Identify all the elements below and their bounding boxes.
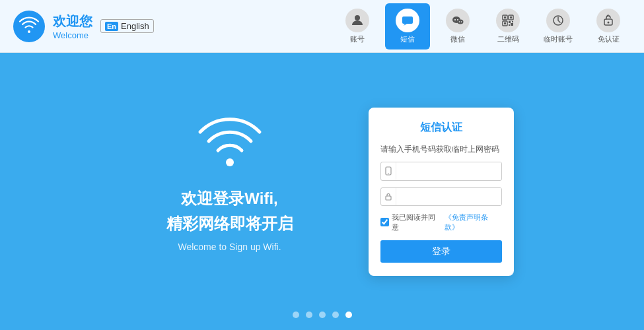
dot-4[interactable]	[332, 312, 339, 318]
dot-5[interactable]	[345, 312, 352, 318]
svg-point-0	[355, 15, 360, 20]
card-title: 短信认证	[380, 121, 502, 135]
password-input-group	[380, 187, 502, 206]
free-icon	[596, 9, 620, 32]
svg-point-20	[608, 21, 610, 23]
main-title-en: Welcome to Sign up Wifi.	[178, 242, 281, 252]
dot-2[interactable]	[306, 312, 312, 318]
lock-icon	[381, 188, 396, 205]
svg-point-6	[459, 21, 460, 22]
welcome-cn: 欢迎您	[53, 13, 92, 30]
svg-rect-15	[512, 21, 513, 22]
lang-text: English	[121, 21, 149, 31]
dot-3[interactable]	[319, 312, 326, 318]
svg-point-21	[226, 158, 234, 166]
svg-rect-17	[511, 23, 513, 26]
welcome-text: 欢迎您 Welcome	[53, 13, 92, 40]
qrcode-icon	[496, 9, 520, 32]
dot-1[interactable]	[293, 312, 299, 318]
sms-icon	[396, 9, 419, 32]
terms-checkbox[interactable]	[380, 218, 389, 226]
main-title-cn: 欢迎登录Wifi, 精彩网络即将开启	[166, 186, 293, 237]
wechat-icon	[446, 9, 470, 32]
svg-rect-13	[504, 22, 506, 24]
wifi-logo-icon	[13, 11, 45, 42]
login-button[interactable]: 登录	[380, 240, 502, 263]
terms-link[interactable]: 《免责声明条款》	[445, 213, 502, 232]
svg-rect-14	[509, 21, 511, 23]
nav-item-account[interactable]: 账号	[335, 3, 380, 50]
svg-rect-1	[402, 16, 413, 24]
big-wifi-icon	[197, 117, 263, 173]
nav-item-qrcode[interactable]: 二维码	[485, 3, 530, 50]
welcome-en: Welcome	[53, 30, 92, 40]
svg-rect-16	[509, 24, 510, 26]
account-icon	[345, 9, 369, 32]
nav-label-account: 账号	[350, 34, 365, 44]
terms-text: 我已阅读并同意	[392, 213, 442, 232]
svg-rect-24	[386, 196, 391, 200]
nav-item-free[interactable]: 免认证	[586, 3, 631, 50]
svg-point-5	[458, 19, 464, 24]
header-left: 欢迎您 Welcome En English	[13, 11, 154, 42]
svg-rect-9	[504, 16, 506, 18]
language-selector[interactable]: En English	[100, 19, 154, 33]
lang-en-badge: En	[105, 22, 118, 31]
phone-icon	[381, 162, 396, 180]
login-card: 短信认证 请输入手机号码获取临时上网密码 获取验证码	[369, 108, 514, 276]
nav-label-free: 免认证	[598, 34, 620, 44]
nav-label-wechat: 微信	[450, 34, 465, 44]
nav-label-temp: 临时账号	[544, 34, 573, 44]
main-content: 欢迎登录Wifi, 精彩网络即将开启 Welcome to Sign up Wi…	[0, 53, 644, 330]
temp-icon	[546, 9, 570, 32]
svg-point-23	[388, 173, 389, 174]
nav-item-sms[interactable]: 短信	[385, 3, 430, 50]
svg-rect-11	[510, 16, 512, 18]
nav-label-sms: 短信	[400, 34, 415, 44]
svg-point-7	[461, 21, 462, 22]
left-section: 欢迎登录Wifi, 精彩网络即将开启 Welcome to Sign up Wi…	[91, 53, 369, 330]
nav-item-wechat[interactable]: 微信	[435, 3, 480, 50]
svg-point-3	[454, 19, 456, 20]
phone-input-group: 获取验证码	[380, 162, 502, 181]
header-nav: 账号 短信	[335, 3, 631, 50]
nav-item-temp[interactable]: 临时账号	[536, 3, 581, 50]
header: 欢迎您 Welcome En English 账号	[0, 0, 644, 53]
password-input[interactable]	[396, 188, 502, 205]
nav-label-qrcode: 二维码	[497, 34, 519, 44]
phone-input[interactable]	[396, 162, 502, 180]
terms-row: 我已阅读并同意 《免责声明条款》	[380, 213, 502, 232]
carousel-dots	[293, 312, 352, 318]
card-description: 请输入手机号码获取临时上网密码	[380, 144, 502, 155]
